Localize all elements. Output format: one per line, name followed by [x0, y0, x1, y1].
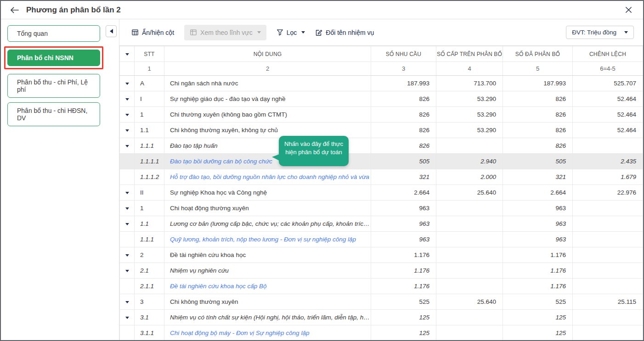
sidebar-item-phan-bo-thu-chi-hdsn-dv[interactable]: Phân bổ thu - chi HĐSN, DV — [7, 102, 100, 126]
filter-button[interactable]: Lọc — [277, 29, 305, 36]
sidebar-item-tong-quan[interactable]: Tổng quan — [7, 25, 100, 42]
cell-so-nhu-cau: 963 — [371, 201, 436, 216]
row-expand-toggle[interactable] — [120, 107, 135, 123]
table-row: 1.1Lương cơ bản (lương cấp bậc, chức vụ;… — [120, 216, 643, 232]
cell-so-nhu-cau: 826 — [371, 91, 436, 107]
row-expand-toggle[interactable] — [120, 294, 135, 310]
close-button[interactable] — [624, 6, 633, 14]
cell-chenh-lech: 52.464 — [573, 91, 643, 107]
cell-so-cap-tren-phan-bo — [436, 279, 503, 294]
expand-all-toggle[interactable] — [120, 46, 135, 62]
row-expand-toggle[interactable] — [120, 263, 135, 279]
table-row: 1.1.1Quỹ lương, khoản trích, nộp theo lư… — [120, 232, 643, 247]
active-item-highlight: Phân bổ chi NSNN — [4, 46, 103, 69]
cell-so-da-phan-bo: 125 — [503, 325, 573, 341]
cell-so-da-phan-bo: 826 — [503, 138, 573, 154]
cell-so-cap-tren-phan-bo: 53.290 — [436, 107, 503, 123]
row-content: Sự nghiệp Khoa học và Công nghệ — [164, 185, 371, 201]
row-expand-toggle — [120, 232, 135, 247]
cell-so-nhu-cau: 505 — [371, 154, 436, 169]
caret-down-icon — [125, 129, 129, 132]
cell-chenh-lech: 52.464 — [573, 107, 643, 123]
sidebar-item-phan-bo-chi-nsnn[interactable]: Phân bổ chi NSNN — [7, 50, 100, 66]
cell-so-cap-tren-phan-bo: 53.290 — [436, 91, 503, 107]
cell-so-nhu-cau: 525 — [371, 294, 436, 310]
table-row: 3.1Nhiệm vụ có tính chất sự kiện (Hội ng… — [120, 310, 643, 325]
row-stt: 2 — [135, 247, 164, 263]
row-expand-toggle[interactable] — [120, 310, 135, 325]
cell-so-da-phan-bo: 826 — [503, 123, 573, 138]
row-content-link[interactable]: Hỗ trợ đào tạo, bồi dưỡng nguồn nhân lực… — [164, 169, 371, 185]
cell-chenh-lech — [573, 325, 643, 341]
row-expand-toggle[interactable] — [120, 247, 135, 263]
table-row: 3.1.1Chi hoạt động bộ máy - Đơn vị Sự ng… — [120, 325, 643, 341]
back-button[interactable] — [10, 6, 19, 14]
cell-so-da-phan-bo: 963 — [503, 201, 573, 216]
hide-show-columns-button[interactable]: Ẩn/hiện cột — [131, 29, 174, 36]
cell-so-nhu-cau: 1.176 — [371, 263, 436, 279]
table-row: ISự nghiệp giáo dục - đào tạo và dạy ngh… — [120, 91, 643, 107]
caret-down-icon — [125, 301, 129, 303]
row-expand-toggle[interactable] — [120, 138, 135, 154]
row-expand-toggle[interactable] — [120, 216, 135, 232]
unit-dropdown[interactable]: ĐVT: Triệu đồng — [566, 26, 634, 39]
cell-so-nhu-cau: 125 — [371, 325, 436, 341]
caret-down-icon — [125, 254, 129, 257]
cell-so-cap-tren-phan-bo — [436, 247, 503, 263]
cell-chenh-lech — [573, 263, 643, 279]
edit-pencil-icon — [315, 29, 322, 36]
cell-so-cap-tren-phan-bo: 713.700 — [436, 76, 503, 91]
cell-chenh-lech — [573, 247, 643, 263]
table-row: 2.1Nhiệm vụ nghiên cứu1.1761.176 — [120, 263, 643, 279]
caret-down-icon — [125, 223, 129, 225]
row-content: Sự nghiệp giáo dục - đào tạo và dạy nghề — [164, 91, 371, 107]
table-row: 2Đề tài nghiên cứu khoa học1.1761.176 — [120, 247, 643, 263]
cell-so-cap-tren-phan-bo: 2.000 — [436, 169, 503, 185]
row-expand-toggle[interactable] — [120, 76, 135, 91]
cell-so-nhu-cau: 826 — [371, 123, 436, 138]
cell-so-da-phan-bo: 826 — [503, 107, 573, 123]
row-content-link[interactable]: Chi hoạt động bộ máy - Đơn vị Sự nghiệp … — [164, 325, 371, 341]
row-stt: 1.1 — [135, 123, 164, 138]
rename-task-button[interactable]: Đổi tên nhiệm vụ — [315, 29, 374, 36]
table-row: 1.1.1.1Đào tạo bồi dưỡng cán bộ công chứ… — [120, 154, 643, 169]
row-stt: 3 — [135, 294, 164, 310]
row-stt: 1 — [135, 201, 164, 216]
row-expand-toggle[interactable] — [120, 201, 135, 216]
cell-chenh-lech — [573, 201, 643, 216]
cell-so-cap-tren-phan-bo — [436, 138, 503, 154]
row-expand-toggle — [120, 325, 135, 341]
row-expand-toggle[interactable] — [120, 123, 135, 138]
cell-chenh-lech — [573, 310, 643, 325]
row-content: Chi ngân sách nhà nước — [164, 76, 371, 91]
column-header-so-cap-tren-phan-bo: SỐ CẤP TRÊN PHÂN BỔ — [436, 46, 503, 62]
cell-chenh-lech: 25.115 — [573, 294, 643, 310]
cell-so-cap-tren-phan-bo — [436, 232, 503, 247]
row-content-link[interactable]: Đề tài nghiên cứu khoa học cấp Bộ — [164, 279, 371, 294]
row-content-link[interactable]: Quỹ lương, khoản trích, nộp theo lương -… — [164, 232, 371, 247]
caret-down-icon — [125, 317, 129, 319]
caret-down-icon — [125, 53, 129, 56]
sidebar-collapse-button[interactable] — [106, 25, 117, 37]
row-expand-toggle[interactable] — [120, 91, 135, 107]
table-row: 1.1.1Đào tạo tập huấn826826 — [120, 138, 643, 154]
collapse-left-icon — [110, 29, 113, 34]
row-expand-toggle[interactable] — [120, 185, 135, 201]
table-row: 1Chi thường xuyên (không bao gồm CTMT)82… — [120, 107, 643, 123]
cell-so-cap-tren-phan-bo — [436, 310, 503, 325]
column-header-noi-dung: NỘI DUNG — [164, 46, 371, 62]
cell-so-da-phan-bo: 826 — [503, 91, 573, 107]
cell-so-nhu-cau: 1.176 — [371, 247, 436, 263]
cell-chenh-lech — [573, 279, 643, 294]
view-by-field-dropdown[interactable]: Xem theo lĩnh vực — [184, 25, 266, 40]
caret-down-icon — [125, 207, 129, 210]
caret-down-icon — [125, 98, 129, 101]
sidebar: Tổng quan Phân bổ chi NSNN Phân bổ thu -… — [1, 19, 119, 340]
row-stt: II — [135, 185, 164, 201]
caret-down-icon — [125, 145, 129, 147]
sidebar-item-phan-bo-thu-chi-phi-le-phi[interactable]: Phân bổ thu - chi Phí, Lệ phí — [7, 74, 100, 98]
table-row: 1Chi hoạt động thường xuyên963963 — [120, 201, 643, 216]
page-title: Phương án phân bổ lần 2 — [26, 6, 121, 15]
row-content: Nhiệm vụ có tính chất sự kiện (Hội nghị,… — [164, 310, 371, 325]
caret-down-icon — [125, 83, 129, 85]
